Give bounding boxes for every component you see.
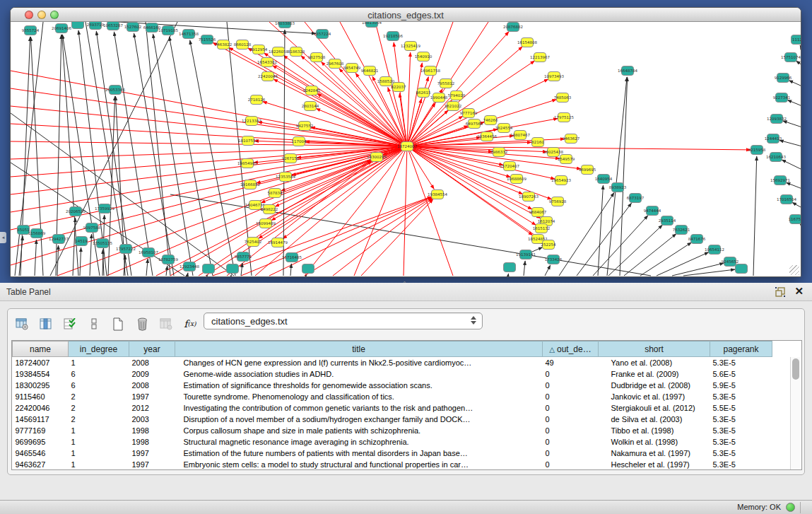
citation-edge-black[interactable] xyxy=(114,32,153,276)
graph-node[interactable]: 15751074 xyxy=(781,53,801,62)
graph-node[interactable]: 7955812 xyxy=(437,79,455,88)
table-row[interactable]: 1938455462009Genome-wide association stu… xyxy=(13,368,772,380)
citation-edge-black[interactable] xyxy=(779,140,801,146)
citation-edge-red[interactable] xyxy=(269,197,432,276)
graph-node[interactable]: 5912954 xyxy=(250,45,268,54)
graph-node[interactable]: 9474444 xyxy=(644,206,661,216)
graph-node[interactable]: 15716485 xyxy=(282,253,302,262)
table-row[interactable]: 2242004622012Investigating the contribut… xyxy=(13,402,772,414)
table-cell[interactable]: 9463627 xyxy=(13,459,69,470)
citation-edge-black[interactable] xyxy=(524,261,525,276)
table-cell[interactable]: 5.9E-5 xyxy=(710,380,772,391)
citation-edge-black[interactable] xyxy=(577,203,632,276)
show-columns-button[interactable] xyxy=(37,316,54,332)
column-header-short[interactable]: short xyxy=(599,341,710,357)
table-cell[interactable]: 0 xyxy=(543,459,599,470)
citation-edge-black[interactable] xyxy=(782,160,801,170)
graph-node[interactable]: 117004 xyxy=(292,137,307,146)
close-panel-icon[interactable]: ✕ xyxy=(794,286,804,297)
citation-edge-black[interactable] xyxy=(800,45,801,49)
graph-node[interactable]: 19218506 xyxy=(383,32,403,41)
graph-node[interactable]: 8215958 xyxy=(748,146,766,155)
graph-node[interactable]: 7625402 xyxy=(245,238,262,247)
table-row[interactable]: 969969511998Structural magnetic resonanc… xyxy=(13,436,772,448)
table-cell[interactable]: Franke et al. (2009) xyxy=(599,368,710,380)
table-cell[interactable]: Estimation of significance thresholds fo… xyxy=(175,380,543,391)
graph-node[interactable]: 587834 xyxy=(268,189,283,198)
graph-node[interactable]: 1156869 xyxy=(28,229,46,238)
citation-edge-black[interactable] xyxy=(559,192,614,276)
table-cell[interactable]: Nakamura et al. (1997) xyxy=(599,448,710,459)
function-builder-button[interactable]: f(x) xyxy=(182,316,199,332)
graph-node[interactable]: 1498222 xyxy=(261,205,278,214)
graph-node[interactable]: 1112 xyxy=(792,35,801,45)
table-cell[interactable]: 1 xyxy=(69,459,129,470)
column-header-year[interactable]: year xyxy=(129,341,175,357)
citation-edge-black[interactable] xyxy=(90,234,92,276)
table-cell[interactable]: 2 xyxy=(69,391,129,402)
column-header-in_degree[interactable]: in_degree xyxy=(69,341,129,357)
table-scrollbar-thumb[interactable] xyxy=(792,358,799,380)
graph-node[interactable]: 9355724 xyxy=(22,26,40,35)
table-cell[interactable]: 1998 xyxy=(129,436,175,448)
graph-node[interactable]: 16099489 xyxy=(256,219,276,228)
graph-node[interactable]: 6497568 xyxy=(466,119,483,129)
table-cell[interactable]: Disruption of a novel member of a sodium… xyxy=(175,414,543,425)
column-header-name[interactable]: name xyxy=(13,341,69,357)
graph-node[interactable]: 9242845 xyxy=(303,86,321,95)
graph-node[interactable]: 1549579 xyxy=(558,155,575,164)
graph-node[interactable]: 1615132 xyxy=(533,224,551,233)
graph-node[interactable]: 1990448 xyxy=(430,93,448,103)
table-cell[interactable]: 1 xyxy=(69,448,129,459)
graph-node[interactable]: 9427552 xyxy=(296,122,314,131)
graph-node[interactable]: 1244413 xyxy=(765,134,782,144)
table-selector-dropdown[interactable]: citations_edges.txt xyxy=(204,313,483,329)
graph-node[interactable]: 116753 xyxy=(789,215,801,224)
graph-node[interactable]: 12213387 xyxy=(242,117,261,126)
graph-node[interactable]: 8938923 xyxy=(609,183,627,192)
column-header-out_de[interactable]: △out_de… xyxy=(543,341,599,357)
table-cell[interactable]: 5.3E-5 xyxy=(710,436,772,448)
graph-node[interactable]: 8471676 xyxy=(688,235,706,244)
citation-edge-black[interactable] xyxy=(640,243,691,276)
graph-node[interactable]: 9129966 xyxy=(775,74,792,83)
table-cell[interactable]: 1 xyxy=(69,357,129,368)
citation-edge-black[interactable] xyxy=(108,96,115,276)
table-scrollbar[interactable] xyxy=(790,357,801,469)
graph-node[interactable]: 20876882 xyxy=(503,23,523,32)
graph-node[interactable]: 7986332 xyxy=(490,148,508,157)
citation-edge-black[interactable] xyxy=(598,185,603,276)
table-cell[interactable]: Jankovic et al. (1997) xyxy=(599,391,710,402)
citation-edge-red[interactable] xyxy=(170,160,371,276)
graph-node[interactable] xyxy=(227,264,239,274)
table-cell[interactable]: 1 xyxy=(69,425,129,436)
table-cell[interactable]: Tourette syndrome. Phenomenology and cla… xyxy=(175,391,543,402)
table-cell[interactable]: de Silva et al. (2003) xyxy=(599,414,710,425)
citation-edge-black[interactable] xyxy=(545,265,551,276)
delete-column-button[interactable] xyxy=(134,316,151,332)
table-row[interactable]: 977716911998Corpus callosum shape and si… xyxy=(13,425,772,436)
table-cell[interactable]: Genome-wide association studies in ADHD. xyxy=(175,368,543,380)
column-header-pagerank[interactable]: pagerank xyxy=(710,341,772,357)
new-column-button[interactable] xyxy=(110,316,126,332)
graph-node[interactable]: 9227341 xyxy=(773,93,791,103)
table-cell[interactable]: Estimation of the future numbers of pati… xyxy=(175,448,543,459)
citation-edge-red[interactable] xyxy=(11,106,407,146)
table-cell[interactable]: 18724007 xyxy=(13,357,69,368)
graph-node[interactable]: 822037 xyxy=(392,83,406,92)
table-row[interactable]: 946362711997Embryonic stem cells: a mode… xyxy=(13,459,772,470)
graph-node[interactable]: 10653287 xyxy=(103,22,123,30)
graph-node[interactable]: 1621022 xyxy=(445,102,462,111)
graph-node[interactable]: 9857771 xyxy=(235,252,252,262)
import-table-button[interactable] xyxy=(158,316,175,332)
graph-node[interactable] xyxy=(203,264,215,274)
graph-node[interactable]: 252254 xyxy=(541,240,556,250)
table-cell[interactable]: Wolkin et al. (1998) xyxy=(599,436,710,448)
graph-node[interactable]: 7857224 xyxy=(314,30,331,39)
table-cell[interactable]: 6 xyxy=(69,380,129,391)
citation-edge-black[interactable] xyxy=(508,274,509,276)
table-cell[interactable]: 9777169 xyxy=(13,425,69,436)
table-cell[interactable]: Stergiakouli et al. (2012) xyxy=(599,402,710,414)
citation-edge-red[interactable] xyxy=(305,198,432,276)
table-cell[interactable]: 0 xyxy=(543,380,599,391)
